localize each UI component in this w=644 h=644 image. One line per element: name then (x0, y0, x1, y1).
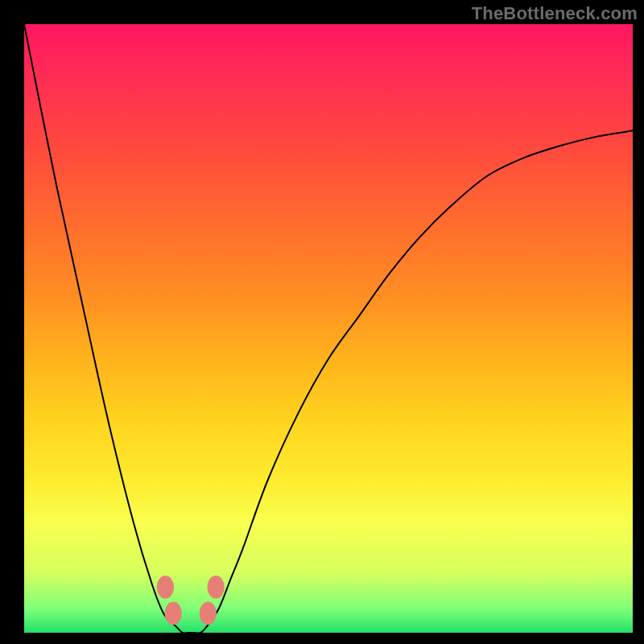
chart-frame: TheBottleneck.com (0, 0, 644, 644)
curve-layer (24, 24, 633, 633)
marker-right-lower (200, 602, 217, 625)
watermark-text: TheBottleneck.com (472, 3, 638, 24)
marker-right-upper (208, 576, 225, 599)
bottleneck-curve-path (24, 24, 633, 633)
marker-left-lower (165, 602, 182, 625)
plot-area (24, 24, 633, 633)
marker-left-upper (157, 576, 174, 599)
